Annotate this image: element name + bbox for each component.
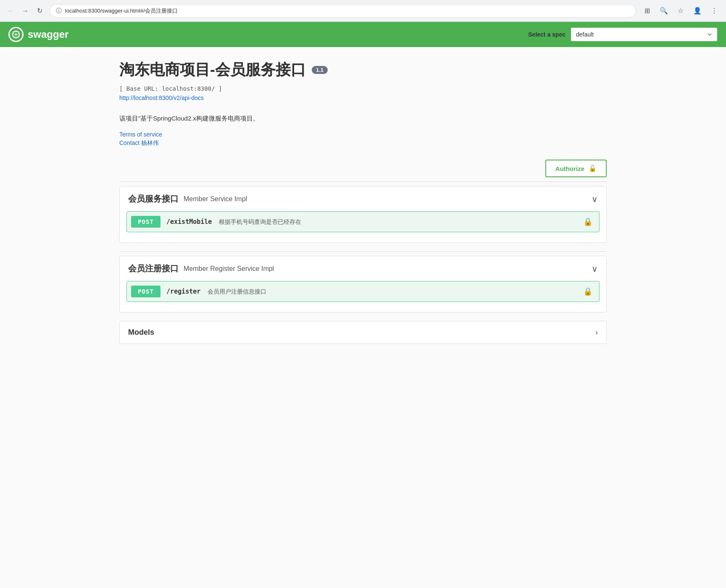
models-title: Models	[128, 328, 154, 337]
chevron-down-icon: ∨	[592, 194, 598, 204]
section-title: 会员注册接口 Member Register Service Impl	[128, 263, 274, 274]
version-badge: 1.1	[312, 66, 328, 74]
contact-link[interactable]: Contact 杨林伟	[119, 139, 607, 147]
models-header[interactable]: Models ›	[120, 321, 606, 344]
section-divider	[119, 181, 607, 182]
endpoint-path: /existMobile 根据手机号码查询是否已经存在	[166, 218, 583, 226]
bookmark-button[interactable]: ☆	[674, 4, 687, 18]
nav-buttons: ← → ↻	[5, 5, 45, 17]
back-button[interactable]: ←	[5, 5, 17, 17]
url-input[interactable]	[65, 8, 630, 14]
endpoint-lock-icon: 🔒	[583, 287, 592, 296]
api-docs-link[interactable]: http://localhost:8300/v2/api-docs	[119, 94, 204, 101]
spec-select[interactable]: default	[571, 27, 718, 42]
endpoint-row-existMobile[interactable]: POST/existMobile 根据手机号码查询是否已经存在🔒	[126, 211, 600, 232]
authorize-label: Authorize	[555, 165, 584, 172]
chevron-right-icon: ›	[595, 328, 598, 337]
endpoint-content: POST/register 会员用户注册信息接口🔒	[120, 281, 606, 312]
base-url: [ Base URL: localhost:8300/ ]	[119, 85, 607, 92]
authorize-area: Authorize 🔓	[119, 160, 607, 177]
method-badge: POST	[131, 286, 160, 297]
browser-toolbar-right: ⊞ 🔍 ☆ 👤 ⋮	[640, 4, 721, 18]
api-title: 淘东电商项目-会员服务接口	[119, 60, 306, 80]
endpoint-row-register[interactable]: POST/register 会员用户注册信息接口🔒	[126, 281, 600, 302]
api-description: 该项目"基于SpringCloud2.x构建微服务电商项目。	[119, 115, 607, 123]
models-section[interactable]: Models ›	[119, 321, 607, 344]
terms-of-service-link[interactable]: Terms of service	[119, 131, 607, 138]
main-content: 淘东电商项目-会员服务接口 1.1 [ Base URL: localhost:…	[111, 47, 615, 365]
section-header-member-register[interactable]: 会员注册接口 Member Register Service Impl∨	[120, 256, 606, 281]
section-title: 会员服务接口 Member Service Impl	[128, 193, 247, 205]
lock-icon: ⓘ	[56, 7, 62, 15]
zoom-button[interactable]: 🔍	[657, 4, 671, 18]
api-section-member-service[interactable]: 会员服务接口 Member Service Impl∨POST/existMob…	[119, 186, 607, 243]
translate-button[interactable]: ⊞	[640, 4, 654, 18]
reload-button[interactable]: ↻	[34, 5, 45, 17]
swagger-header: swagger Select a spec default	[0, 22, 726, 47]
chevron-down-icon: ∨	[592, 264, 598, 274]
section-divider	[119, 251, 607, 252]
profile-button[interactable]: 👤	[691, 4, 704, 18]
endpoint-lock-icon: 🔒	[583, 217, 592, 226]
method-badge: POST	[131, 216, 160, 228]
swagger-logo-icon	[8, 27, 24, 42]
spec-selector[interactable]: Select a spec default	[528, 27, 718, 42]
api-section-member-register[interactable]: 会员注册接口 Member Register Service Impl∨POST…	[119, 256, 607, 312]
swagger-logo-text: swagger	[28, 29, 68, 40]
forward-button[interactable]: →	[19, 5, 31, 17]
api-title-row: 淘东电商项目-会员服务接口 1.1	[119, 60, 607, 80]
menu-button[interactable]: ⋮	[708, 4, 721, 18]
spec-label: Select a spec	[528, 31, 566, 38]
address-bar[interactable]: ⓘ	[50, 4, 636, 18]
endpoint-content: POST/existMobile 根据手机号码查询是否已经存在🔒	[120, 211, 606, 242]
sections-container: 会员服务接口 Member Service Impl∨POST/existMob…	[119, 186, 607, 312]
authorize-button[interactable]: Authorize 🔓	[545, 160, 607, 177]
endpoint-path: /register 会员用户注册信息接口	[166, 288, 583, 296]
section-header-member-service[interactable]: 会员服务接口 Member Service Impl∨	[120, 186, 606, 211]
browser-chrome: ← → ↻ ⓘ ⊞ 🔍 ☆ 👤 ⋮	[0, 0, 726, 22]
lock-icon: 🔓	[589, 165, 597, 172]
swagger-logo: swagger	[8, 27, 68, 42]
